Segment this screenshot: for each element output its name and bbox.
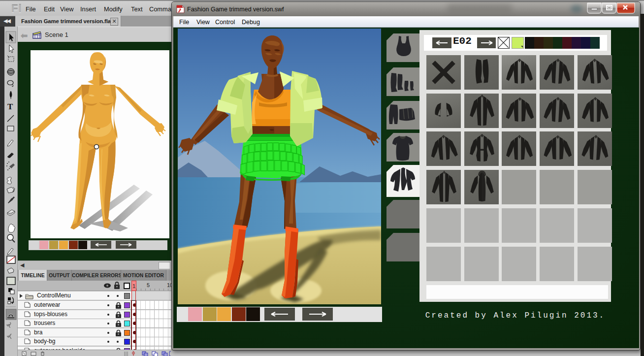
svg-text:T: T: [7, 102, 13, 111]
